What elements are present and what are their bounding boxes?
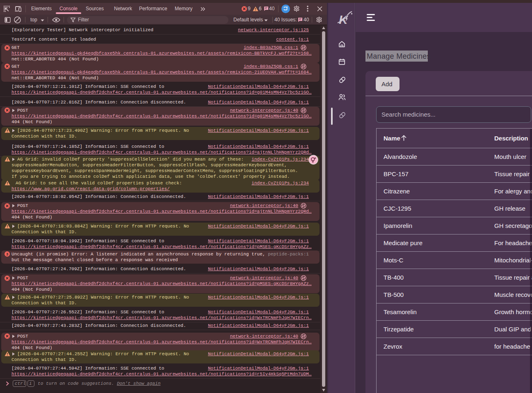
svg-text:3: 3 [6, 252, 8, 256]
